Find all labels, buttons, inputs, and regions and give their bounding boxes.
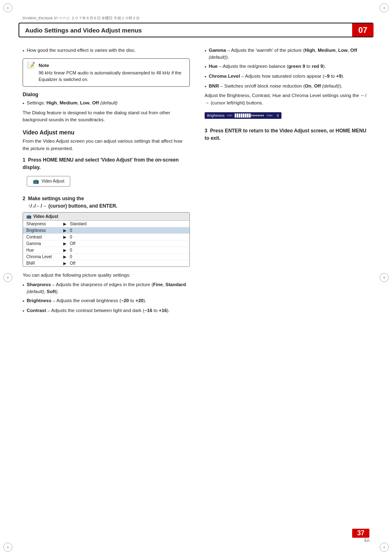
va-row: Sharpness ▶ Standard <box>23 221 189 227</box>
va-row-value: 0 <box>70 235 72 239</box>
va-row-value: Off <box>70 241 75 246</box>
step1-instruction: 1 Press HOME MENU and select 'Video Adju… <box>23 156 190 171</box>
va-row: Contrast ▶ 0 <box>23 234 189 240</box>
va-row-label: BNR <box>26 261 63 266</box>
pq-bullet-item: • Contrast – Adjusts the contrast betwee… <box>23 307 190 314</box>
brightness-bar-label: Brightness <box>207 113 225 118</box>
step2-instruction: 2 Make settings using the ↑/↓/←/→ (curso… <box>23 195 190 210</box>
bar-seg-7 <box>247 113 249 118</box>
right-bullet-text: Hue – Adjusts the red/green balance (gre… <box>209 63 326 70</box>
bullet-dot: • <box>23 308 24 314</box>
right-bullet-item: • Gamma – Adjusts the 'warmth' of the pi… <box>205 47 369 60</box>
bullet-dot: • <box>23 282 24 295</box>
bullet-dot: • <box>205 63 206 70</box>
va-row-label: Gamma <box>26 241 63 246</box>
bar-seg-3 <box>239 113 240 118</box>
main-content: • How good the surround effect is varies… <box>0 41 392 530</box>
page-number-badge: 37 <box>352 529 369 538</box>
bar-dot-3 <box>254 115 256 116</box>
chapter-badge: 07 <box>352 23 374 37</box>
step3-label: Press ENTER to return to the Video Adjus… <box>205 128 366 141</box>
note-box: 📝 Note 96 kHz linear PCM audio is automa… <box>23 58 190 87</box>
video-adjust-heading: Video Adjust menu <box>23 129 190 136</box>
right-col-bullets: • Gamma – Adjusts the 'warmth' of the pi… <box>205 47 369 90</box>
va-row-value: Standard <box>70 222 87 226</box>
dialog-body: The Dialog feature is designed to make t… <box>23 109 190 124</box>
pq-bullet-text: Sharpness – Adjusts the sharpness of edg… <box>27 281 190 295</box>
right-bullet-item: • BNR – Switches on/off block noise redu… <box>205 83 369 90</box>
page-number-area: 37 En <box>352 529 369 543</box>
reg-mark-tl <box>3 3 12 12</box>
bar-seg-8 <box>249 113 251 118</box>
video-adjust-icon: 📺 <box>33 178 39 184</box>
va-row-value: 0 <box>70 248 72 252</box>
page-title: Audio Settings and Video Adjust menus <box>19 27 352 34</box>
va-row-label: Brightness <box>26 228 63 233</box>
header-bar: Audio Settings and Video Adjust menus 07 <box>18 23 374 37</box>
adjust-text: Adjust the Brightness, Contrast, Hue and… <box>205 92 369 106</box>
page-lang-label: En <box>364 538 369 543</box>
va-row-arrow: ▶ <box>63 241 70 246</box>
dialog-settings: • Settings: High, Medium, Low, Off (defa… <box>23 99 190 107</box>
pq-bullet-item: • Sharpness – Adjusts the sharpness of e… <box>23 281 190 295</box>
dialog-settings-text: Settings: High, Medium, Low, Off (defaul… <box>27 99 118 107</box>
right-bullet-text: Gamma – Adjusts the 'warmth' of the pict… <box>209 47 369 60</box>
print-meta: DV48AV_EN.book 37 ページ ２０７年６月６日 水曜日 午前１０時… <box>23 16 140 21</box>
left-column: • How good the surround effect is varies… <box>0 41 197 530</box>
right-bullet-item: • Chroma Level – Adjusts how saturated c… <box>205 73 369 80</box>
bar-dot-4 <box>256 115 257 116</box>
bar-dot-5 <box>258 115 259 116</box>
va-row: Gamma ▶ Off <box>23 240 189 247</box>
right-bullet-text: BNR – Switches on/off block noise reduct… <box>209 83 342 90</box>
bullet-dot: • <box>205 47 206 60</box>
va-row-value: 0 <box>70 228 72 233</box>
pq-bullet-item: • Brightness – Adjusts the overall brigh… <box>23 297 190 305</box>
intro-bullet-text: How good the surround effect is varies w… <box>27 47 136 54</box>
va-header-label: Video Adjust <box>33 214 58 219</box>
note-text: 96 kHz linear PCM audio is automatically… <box>39 70 181 82</box>
note-label: Note <box>39 62 185 69</box>
picture-quality-intro: You can adjust the following picture qua… <box>23 272 190 279</box>
bar-dot-8 <box>263 115 264 116</box>
bar-seg-4 <box>241 113 242 118</box>
va-row-value: 0 <box>70 254 72 259</box>
bar-dot-1 <box>251 115 252 116</box>
video-adjust-table: 📺 Video Adjust Sharpness ▶ StandardBrigh… <box>23 212 190 267</box>
bullet-dot-dialog: • <box>23 100 24 107</box>
bullet-dot: • <box>205 83 206 90</box>
video-adjust-intro: From the Video Adjust screen you can adj… <box>23 138 190 152</box>
brightness-bar: Brightness min <box>205 112 281 119</box>
va-header-icon: 📺 <box>26 214 31 219</box>
bar-seg-1 <box>235 113 236 118</box>
intro-bullet: • How good the surround effect is varies… <box>23 47 190 54</box>
va-row: BNR ▶ Off <box>23 260 189 266</box>
bullet-dot: • <box>205 73 206 80</box>
brightness-bar-value: 0 <box>277 113 279 118</box>
brightness-bar-min: min <box>227 113 233 117</box>
bar-dot-7 <box>261 115 262 116</box>
va-rows-container: Sharpness ▶ StandardBrightness ▶ 0Contra… <box>23 221 189 266</box>
va-row-arrow: ▶ <box>63 261 70 266</box>
pq-bullet-text: Brightness – Adjusts the overall brightn… <box>27 297 146 305</box>
menu-box-small: 📺 Video Adjust <box>27 176 70 187</box>
pq-bullet-text: Contrast – Adjusts the contrast between … <box>27 307 170 314</box>
va-row: Brightness ▶ 0 <box>23 227 189 234</box>
va-row-value: Off <box>70 261 75 266</box>
va-table-header: 📺 Video Adjust <box>23 213 189 221</box>
va-row-arrow: ▶ <box>63 228 70 233</box>
va-row: Chroma Level ▶ 0 <box>23 254 189 260</box>
bar-dot-6 <box>259 115 261 116</box>
menu-box-label: Video Adjust <box>42 179 64 183</box>
bar-dot-2 <box>253 115 254 116</box>
right-column: • Gamma – Adjusts the 'warmth' of the pi… <box>197 41 392 530</box>
reg-mark-bl <box>3 543 12 552</box>
bullet-dot: • <box>23 47 24 54</box>
va-row-arrow: ▶ <box>63 222 70 226</box>
bar-seg-5 <box>243 113 244 118</box>
va-row-label: Sharpness <box>26 222 63 226</box>
va-row: Hue ▶ 0 <box>23 247 189 254</box>
brightness-bar-max: max <box>266 113 272 117</box>
right-bullet-text: Chroma Level – Adjusts how saturated col… <box>209 73 344 80</box>
right-bullet-item: • Hue – Adjusts the red/green balance (g… <box>205 63 369 70</box>
va-row-label: Contrast <box>26 235 63 239</box>
